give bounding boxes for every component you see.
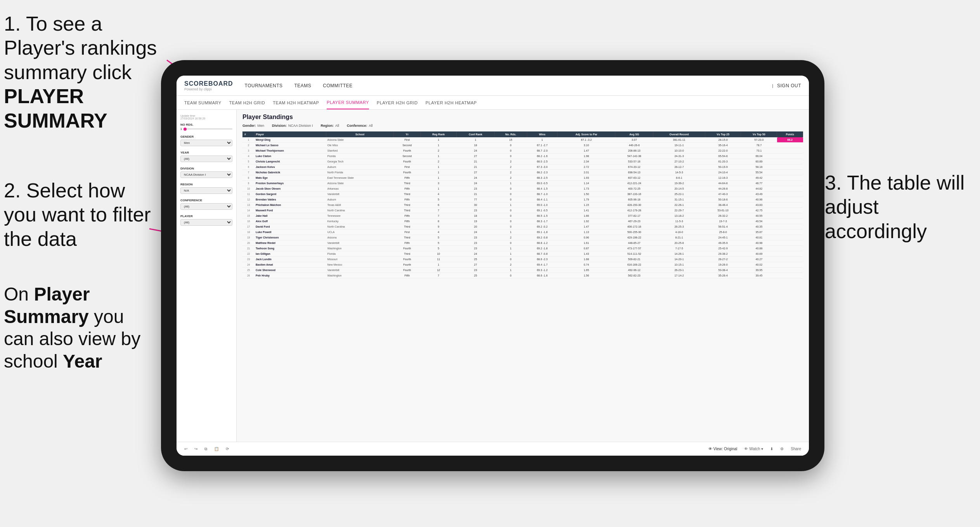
table-row[interactable]: 13Phichaksn MaichonTexas A&MThird630169.… (242, 202, 803, 208)
sidebar-section-no-rds: No Rds. 1 (180, 123, 232, 130)
annotation-step2: 2. Select how you want to filter the dat… (4, 178, 151, 251)
annotation-step-bottom: On Player Summary you can also view by s… (4, 283, 151, 372)
sidebar-section-player: Player (All) (180, 214, 232, 226)
no-rds-slider-row: 1 (180, 128, 232, 130)
toolbar-paste[interactable]: 📋 (212, 446, 221, 452)
sidebar-section-division: Division NCAA Division I (180, 167, 232, 178)
tablet-screen: SCOREBOARD Powered by clippi TOURNAMENTS… (177, 76, 809, 456)
table-row[interactable]: 5Christo LamprechtGeorgia TechFourth2212… (242, 159, 803, 164)
division-select[interactable]: NCAA Division I (180, 171, 232, 178)
sub-nav-team-summary[interactable]: TEAM SUMMARY (184, 96, 222, 109)
col-header-vs-top50: Vs Top 50 (741, 131, 777, 137)
table-row[interactable]: 9Preston SummerhaysArizona StateThird324… (242, 181, 803, 186)
main-content: Update time: 27/03/2024 16:56:26 No Rds.… (177, 110, 809, 442)
col-header-reg-rank: Reg Rank (421, 131, 456, 137)
nav-item-committee[interactable]: COMMITTEE (323, 81, 353, 90)
sidebar: Update time: 27/03/2024 16:56:26 No Rds.… (177, 110, 237, 442)
col-header-overall-record: Overall Record (653, 131, 705, 137)
sidebar-section-year: Year (All) (180, 151, 232, 162)
sidebar-section-conference: Conference (All) (180, 199, 232, 210)
col-header-avg-sg: Avg SG (615, 131, 653, 137)
table-row[interactable]: 10Jacob Skov OlesenArkansasFifth123068.4… (242, 186, 803, 192)
table-row[interactable]: 11Gordon SargentVanderbiltThird421068.7 … (242, 192, 803, 197)
annotation-step3: 3. The table will adjust accordingly (825, 171, 972, 243)
toolbar-watch[interactable]: 👁 Watch ▾ (742, 446, 765, 452)
col-header-points: Points (777, 131, 803, 137)
table-row[interactable]: 25Cole SherwoodVanderbiltFourth1223169.3… (242, 268, 803, 273)
nav-item-teams[interactable]: TEAMS (294, 81, 312, 90)
table-row[interactable]: 21Taehoon SongWashingtonFourth523169.2 -… (242, 246, 803, 251)
toolbar-export[interactable]: ⬇ (768, 446, 775, 452)
col-header-conf-rank: Conf Rank (456, 131, 495, 137)
table-row[interactable]: 23Jack LundinMissouriFourth1125068.6 -2.… (242, 257, 803, 262)
logo-scoreboard: SCOREBOARD (184, 80, 233, 87)
table-row[interactable]: 15Jake HallTennesseeFifth718068.5 -1.51.… (242, 213, 803, 219)
year-select[interactable]: (All) (180, 156, 232, 162)
filter-gender: Gender: Men (242, 124, 264, 128)
sidebar-section-gender: Gender Men (180, 135, 232, 146)
gender-select[interactable]: Men (180, 140, 232, 146)
sidebar-section-region: Region N/A (180, 183, 232, 194)
table-row[interactable]: 18Luke PowellUCLAFirst424169.1 -1.81.135… (242, 230, 803, 235)
table-row[interactable]: 7Nicholas GabrelcikNorth FloridaFourth12… (242, 170, 803, 175)
sub-nav-team-h2h-heatmap[interactable]: TEAM H2H HEATMAP (273, 96, 319, 109)
nav-items: TOURNAMENTS TEAMS COMMITTEE (245, 81, 772, 90)
logo-area: SCOREBOARD Powered by clippi (184, 80, 233, 91)
toolbar-refresh[interactable]: ⟳ (224, 446, 231, 452)
player-select[interactable]: (All) (180, 219, 232, 226)
annotation-step1: 1. To see a Player's rankings summary cl… (4, 12, 167, 133)
player-standings-table: # Player School Yr Reg Rank Conf Rank No… (242, 131, 803, 278)
nav-bar: SCOREBOARD Powered by clippi TOURNAMENTS… (177, 76, 809, 96)
nav-pipe: | (772, 83, 773, 88)
table-row[interactable]: 26Petr HrubyWashingtonFifth725068.6 -1.6… (242, 273, 803, 278)
nav-sign-out[interactable]: Sign out (777, 81, 801, 90)
sub-nav-player-summary[interactable]: PLAYER SUMMARY (327, 96, 369, 109)
logo-sub: Powered by clippi (184, 87, 233, 91)
sub-nav-player-h2h-heatmap[interactable]: PLAYER H2H HEATMAP (426, 96, 477, 109)
table-row[interactable]: 6Jackson KoivuAuburnFirst121267.3 -3.02.… (242, 164, 803, 170)
col-header-vs-top25: Vs Top 25 (705, 131, 741, 137)
toolbar-settings[interactable]: ⚙ (778, 446, 786, 452)
table-row[interactable]: 22Ian GilliganFloridaThird1024168.7 -0.8… (242, 251, 803, 257)
table-row[interactable]: 16Alex GoffKentuckyFifth819068.3 -1.71.9… (242, 219, 803, 224)
toolbar-copy[interactable]: ⧉ (203, 446, 209, 453)
table-row[interactable]: 1Wenyi DingArizona StateFirst1115167.1 -… (242, 137, 803, 143)
sub-nav: TEAM SUMMARY TEAM H2H GRID TEAM H2H HEAT… (177, 96, 809, 110)
sub-nav-team-h2h-grid[interactable]: TEAM H2H GRID (229, 96, 265, 109)
col-header-rank: # (242, 131, 255, 137)
table-row[interactable]: 17David FordNorth CarolinaThird920069.2 … (242, 224, 803, 230)
col-header-player: Player (255, 131, 326, 137)
no-rds-slider[interactable] (184, 128, 232, 130)
table-row[interactable]: 14Maxwell FordNorth CarolinaThird723069.… (242, 208, 803, 213)
region-select[interactable]: N/A (180, 187, 232, 194)
table-header-row: # Player School Yr Reg Rank Conf Rank No… (242, 131, 803, 137)
table-row[interactable]: 4Luke ClatonFloridaSecond127068.2 -1.61.… (242, 154, 803, 159)
tablet-device: SCOREBOARD Powered by clippi TOURNAMENTS… (161, 60, 824, 471)
col-header-yr: Yr (393, 131, 421, 137)
toolbar-view-original[interactable]: 👁 View: Original (706, 446, 739, 452)
filter-conference: Conference: All (347, 124, 373, 128)
table-row[interactable]: 12Brendan ValdesAuburnFifth577068.4 -1.1… (242, 197, 803, 202)
toolbar-undo[interactable]: ↩ (182, 446, 189, 452)
filter-row: Gender: Men Division: NCAA Division I Re… (242, 124, 803, 128)
table-row[interactable]: 20Matthew RiedelVanderbiltFifth523068.8 … (242, 240, 803, 246)
toolbar-redo[interactable]: ↪ (192, 446, 199, 452)
sub-nav-player-h2h-grid[interactable]: PLAYER H2H GRID (377, 96, 418, 109)
table-row[interactable]: 24Bastien AmatNew MexicoFourth127269.4 -… (242, 262, 803, 268)
table-area: Player Standings Gender: Men Division: N… (237, 110, 809, 442)
table-row[interactable]: 19Tiger ChristensenArizonaThird523269.2 … (242, 235, 803, 240)
col-header-wins: Wins (527, 131, 558, 137)
bottom-toolbar: ↩ ↪ ⧉ 📋 ⟳ 👁 View: Original 👁 Watch ▾ ⬇ ⚙… (177, 442, 809, 456)
filter-division: Division: NCAA Division I (272, 124, 313, 128)
slider-thumb[interactable] (184, 128, 187, 131)
nav-item-tournaments[interactable]: TOURNAMENTS (245, 81, 283, 90)
update-time: Update time: 27/03/2024 16:56:26 (180, 114, 232, 120)
conference-select[interactable]: (All) (180, 203, 232, 210)
table-title: Player Standings (242, 114, 803, 121)
col-header-school: School (326, 131, 394, 137)
table-row[interactable]: 8Mats EgeEast Tennessee StateFifth124268… (242, 175, 803, 181)
table-row[interactable]: 3Michael ThorbjornsenStanfordFourth22406… (242, 148, 803, 154)
toolbar-share[interactable]: Share (789, 446, 803, 452)
nav-right: | Sign out (772, 81, 801, 90)
table-row[interactable]: 2Michael Le SassoOle MissSecond118067.1 … (242, 143, 803, 148)
